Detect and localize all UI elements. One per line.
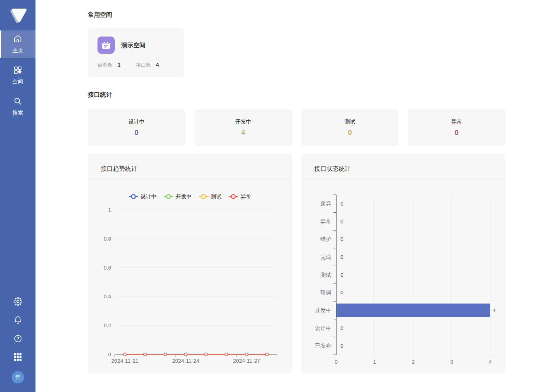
series-point <box>123 353 126 356</box>
bar-category-label: 完成 <box>320 254 331 260</box>
bar-category-label: 维护 <box>320 236 331 242</box>
sidebar-item-label: 主页 <box>13 47 23 54</box>
space-card-title: 演示空间 <box>121 41 146 49</box>
bar-category-label: 开发中 <box>315 307 331 313</box>
svg-text:0.2: 0.2 <box>104 322 111 328</box>
apps-grid-icon[interactable] <box>14 353 22 361</box>
sidebar-item-label: 空间 <box>13 78 23 85</box>
svg-text:2024-11-27: 2024-11-27 <box>233 358 260 364</box>
series-point <box>225 353 228 356</box>
sidebar-item-search[interactable]: 搜索 <box>0 93 35 120</box>
svg-text:测试: 测试 <box>210 193 221 199</box>
trend-chart-title: 接口趋势统计 <box>88 154 292 180</box>
stat-card-label: 异常 <box>451 118 462 125</box>
bar-value-label: 0 <box>340 254 343 260</box>
sidebar-item-home[interactable]: 主页 <box>0 30 35 58</box>
trend-chart-card: 接口趋势统计 设计中开发中测试异常00.20.40.60.812024-11-2… <box>88 154 292 373</box>
bar-value-label: 0 <box>340 200 343 207</box>
search-icon <box>13 97 22 107</box>
svg-text:0.6: 0.6 <box>104 265 111 271</box>
sidebar-item-label: 搜索 <box>13 110 23 116</box>
series-point <box>245 353 248 356</box>
legend-item-0[interactable]: 设计中 <box>129 193 157 199</box>
space-clipboard-icon <box>97 37 115 54</box>
stat-card-abnormal: 异常 0 <box>408 109 505 146</box>
stat-card-label: 测试 <box>344 118 355 125</box>
space-stat-label: 目录数 <box>97 62 113 68</box>
series-point <box>184 353 187 356</box>
svg-text:设计中: 设计中 <box>140 193 157 199</box>
stat-card-testing: 测试 0 <box>301 109 399 146</box>
space-stat-value: 1 <box>118 62 120 68</box>
bell-icon[interactable] <box>14 316 22 324</box>
svg-text:0: 0 <box>335 359 338 365</box>
space-stat-directories: 目录数 1 <box>97 62 136 68</box>
trend-chart-canvas[interactable]: 设计中开发中测试异常00.20.40.60.812024-11-212024-1… <box>88 180 292 373</box>
logo-icon <box>9 6 27 24</box>
bar-value-label: 0 <box>340 272 343 278</box>
help-icon[interactable] <box>14 334 22 343</box>
spaces-section-title: 常用空间 <box>88 11 505 19</box>
status-chart-canvas[interactable]: 01234废弃0异常0维护0完成0测试0联调0开发中4设计中0已发布0 <box>301 180 505 373</box>
svg-text:0.4: 0.4 <box>104 293 111 299</box>
bar-value-label: 0 <box>340 325 343 331</box>
svg-text:0: 0 <box>108 351 111 357</box>
svg-text:2: 2 <box>412 359 415 365</box>
svg-text:0.8: 0.8 <box>104 236 111 242</box>
user-avatar[interactable]: 管 <box>12 371 24 383</box>
svg-text:1: 1 <box>108 207 111 213</box>
bar-category-label: 已发布 <box>315 343 331 349</box>
series-point <box>205 353 208 356</box>
stat-card-value: 0 <box>455 129 459 137</box>
svg-text:4: 4 <box>489 359 492 365</box>
spaces-icon <box>13 66 22 76</box>
space-card[interactable]: 演示空间 目录数 1 接口数 4 <box>88 28 184 77</box>
sidebar-item-spaces[interactable]: 空间 <box>0 62 35 89</box>
bar-value-label: 0 <box>340 218 343 224</box>
stats-section-title: 接口统计 <box>88 91 505 99</box>
sidebar: 主页 空间 搜索 <box>0 0 35 392</box>
stat-card-value: 0 <box>348 129 352 137</box>
bar-value-label: 0 <box>340 236 343 242</box>
svg-text:2024-11-21: 2024-11-21 <box>111 358 139 364</box>
series-point <box>164 353 167 356</box>
bar-value-label: 4 <box>493 308 495 313</box>
stat-card-grid: 设计中 0 开发中 4 测试 0 异常 0 <box>88 109 505 146</box>
app-logo[interactable] <box>0 0 35 30</box>
svg-text:开发中: 开发中 <box>176 193 192 199</box>
legend-item-3[interactable]: 异常 <box>229 193 251 199</box>
svg-text:2024-11-24: 2024-11-24 <box>172 358 199 364</box>
stat-card-developing: 开发中 4 <box>195 109 292 146</box>
status-chart-card: 接口状态统计 01234废弃0异常0维护0完成0测试0联调0开发中4设计中0已发… <box>301 154 505 373</box>
bar-value-label: 0 <box>340 289 343 295</box>
svg-text:3: 3 <box>450 359 453 365</box>
space-stat-label: 接口数 <box>136 62 151 68</box>
home-icon <box>13 34 22 45</box>
stat-card-designing: 设计中 0 <box>88 109 185 146</box>
series-point <box>144 353 147 356</box>
bar-category-label: 测试 <box>320 272 331 278</box>
series-point <box>266 353 268 356</box>
space-stat-value: 4 <box>156 62 159 68</box>
chart-grid: 接口趋势统计 设计中开发中测试异常00.20.40.60.812024-11-2… <box>88 154 505 373</box>
status-chart-title: 接口状态统计 <box>301 154 505 180</box>
svg-text:异常: 异常 <box>240 193 251 199</box>
bar-6[interactable] <box>337 304 490 317</box>
stat-card-value: 0 <box>134 129 138 137</box>
stat-card-label: 设计中 <box>128 118 144 125</box>
svg-text:1: 1 <box>373 359 376 365</box>
legend-item-2[interactable]: 测试 <box>199 193 221 199</box>
sidebar-bottom: 管 <box>0 297 35 392</box>
bar-category-label: 废弃 <box>320 200 331 207</box>
legend-item-1[interactable]: 开发中 <box>164 193 192 199</box>
space-stat-interfaces: 接口数 4 <box>136 62 174 68</box>
gear-icon[interactable] <box>14 297 22 306</box>
sidebar-nav: 主页 空间 搜索 <box>0 30 35 124</box>
bar-category-label: 联调 <box>320 289 331 295</box>
stat-card-label: 开发中 <box>235 118 251 125</box>
bar-category-label: 设计中 <box>315 325 331 331</box>
stat-card-value: 4 <box>241 129 245 137</box>
bar-category-label: 异常 <box>320 218 331 224</box>
bar-value-label: 0 <box>340 343 343 349</box>
main-content: 常用空间 演示空间 目录数 1 接口数 4 <box>35 0 558 373</box>
